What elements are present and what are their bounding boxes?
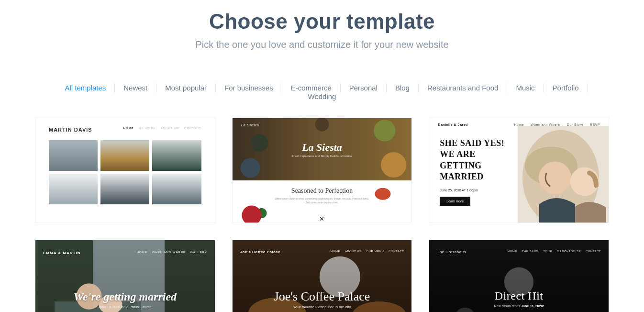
nav-item: CONTACT [586, 250, 601, 253]
filter-portfolio[interactable]: Portfolio [544, 84, 588, 92]
gallery-image-icon [100, 174, 149, 204]
hero-title: Direct Hit [495, 290, 544, 302]
gallery-image-icon [100, 140, 149, 171]
template-logo: Danielle & Jared [438, 123, 467, 126]
template-card-coffee-palace[interactable]: Joe's Coffee Palace HOME ABOUT US OUR ME… [232, 240, 412, 312]
gallery-image-icon [49, 174, 98, 204]
food-image-icon [238, 204, 272, 223]
template-filter-tabs: All templates Newest Most popular For bu… [35, 84, 609, 101]
hero-title: SHE SAID YES! WE ARE GETTING MARRIED [440, 138, 511, 183]
hero-title: Joe's Coffee Palace [274, 290, 370, 304]
filter-restaurants-food[interactable]: Restaurants and Food [419, 84, 507, 92]
nav-item: TOUR [543, 250, 552, 253]
event-date: June 18, 2020 in St. Patrick Church [74, 305, 177, 309]
template-card-emma-martin[interactable]: EMMA & MARTIN HOME WHEN AND WHERE GALLER… [35, 240, 215, 312]
template-card-she-said-yes[interactable]: Danielle & Jared Home When and Where Our… [429, 118, 609, 223]
nav-item: CONTACT [184, 127, 201, 133]
learn-more-button: Learn more [440, 197, 470, 206]
template-card-martin-davis[interactable]: MARTIN DAVIS HOME MY WORK ABOUT ME CONTA… [35, 118, 215, 223]
nav-item: HOME [123, 127, 134, 133]
nav-item: ABOUT US [345, 250, 362, 253]
nav-item: HOME [508, 250, 517, 253]
filter-blog[interactable]: Blog [387, 84, 419, 92]
template-nav: HOME THE BAND TOUR MERCHANDISE CONTACT [508, 250, 601, 253]
template-brand: The Crosshairs [437, 250, 466, 254]
filter-personal[interactable]: Personal [341, 84, 387, 92]
nav-item: WHEN AND WHERE [152, 251, 186, 254]
gallery-image-icon [49, 140, 98, 171]
template-card-direct-hit[interactable]: The Crosshairs HOME THE BAND TOUR MERCHA… [429, 240, 609, 312]
template-card-la-siesta[interactable]: La Siesta La Siesta Fresh Ingredients an… [232, 118, 412, 223]
template-nav: HOME MY WORK ABOUT ME CONTACT [123, 127, 201, 133]
templates-grid: MARTIN DAVIS HOME MY WORK ABOUT ME CONTA… [35, 118, 609, 312]
template-brand: Joe's Coffee Palace [240, 250, 280, 254]
hero-title: La Siesta [302, 141, 342, 154]
section-text: Lorem ipsum dolor sit amet, consectetur … [274, 197, 370, 204]
nav-item: MERCHANDISE [557, 250, 581, 253]
hero-subtitle: New album drops June 16, 2020! [494, 304, 544, 308]
gallery-image-icon [152, 140, 201, 171]
hero-title: We're getting married [74, 290, 177, 303]
page-subtitle: Pick the one you love and customize it f… [35, 39, 609, 50]
nav-item: MY WORK [139, 127, 156, 133]
template-nav: HOME ABOUT US OUR MENU CONTACT [331, 250, 404, 253]
nav-item: CONTACT [389, 250, 404, 253]
template-logo: MARTIN DAVIS [49, 127, 92, 133]
nav-item: HOME [331, 250, 340, 253]
event-date: June 25, 2020 AT 1:00pm [440, 189, 511, 192]
filter-music[interactable]: Music [507, 84, 544, 92]
nav-item: OUR MENU [366, 250, 384, 253]
template-nav: HOME WHEN AND WHERE GALLERY [137, 251, 207, 254]
nav-item: HOME [137, 251, 147, 254]
filter-wedding[interactable]: Wedding [300, 92, 345, 101]
filter-all-templates[interactable]: All templates [56, 84, 115, 92]
food-image-icon [367, 182, 398, 203]
filter-newest[interactable]: Newest [115, 84, 156, 92]
hero-subtitle: Fresh Ingredients and Simply Delicious C… [292, 155, 352, 157]
page-title: Choose your template [35, 10, 609, 33]
nav-item: ABOUT ME [161, 127, 179, 133]
nav-item: GALLERY [190, 251, 207, 254]
filter-for-businesses[interactable]: For businesses [216, 84, 282, 92]
gallery-image-icon [152, 174, 201, 204]
filter-ecommerce[interactable]: E-commerce [282, 84, 341, 92]
template-brand: EMMA & MARTIN [43, 251, 80, 255]
hero-subtitle: Your favorite Coffee Bar in the city [293, 305, 351, 309]
nav-item: THE BAND [522, 250, 538, 253]
couple-photo-icon [518, 126, 609, 223]
utensils-icon: ✕ [319, 215, 324, 223]
svg-point-3 [539, 162, 571, 194]
template-brand: La Siesta [241, 123, 259, 127]
filter-most-popular[interactable]: Most popular [156, 84, 216, 92]
